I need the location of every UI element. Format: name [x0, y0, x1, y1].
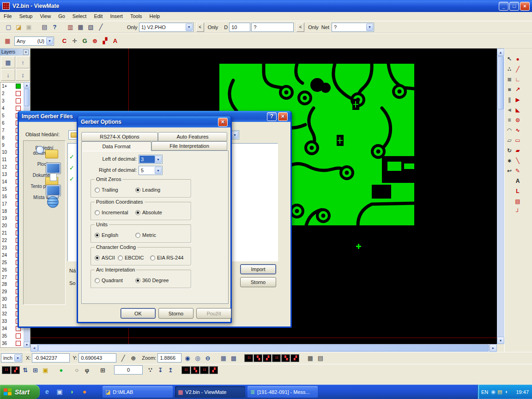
radio-trailing[interactable]: Trailing	[95, 187, 118, 193]
menu-item-view[interactable]: View	[36, 12, 54, 21]
dcode-input[interactable]: 10	[229, 23, 250, 32]
dcode-table-icon[interactable]: ▥	[66, 23, 75, 32]
close-icon[interactable]: ×	[23, 49, 29, 55]
tray-volume-icon[interactable]: ◖	[503, 389, 509, 394]
trace-select-icon[interactable]: ≋	[506, 74, 513, 85]
radio-circle-icon[interactable]	[95, 187, 100, 193]
vertical-scroll-thumb[interactable]	[497, 56, 504, 109]
canvas-horizontal-scrollbar[interactable]	[30, 344, 497, 352]
gerber-dialog-titlebar[interactable]: Gerber Options ×	[78, 116, 230, 127]
measure-distance-icon[interactable]: ╱	[118, 353, 128, 363]
pattern-1-icon[interactable]: ∷	[181, 366, 190, 374]
menu-item-setup[interactable]: Setup	[16, 12, 36, 21]
radio-absolute[interactable]: Absolute	[135, 209, 162, 216]
mirror-icon[interactable]: ◄	[506, 105, 513, 115]
hatch-select-icon[interactable]: ▞	[100, 36, 110, 46]
radio-metric[interactable]: Metric	[135, 232, 156, 238]
units-combo[interactable]: inch	[1, 353, 22, 363]
radio-quadrant[interactable]: Quadrant	[95, 277, 123, 284]
place-desktop[interactable]: Plocha	[24, 162, 65, 167]
arc-draw-icon[interactable]: ∿	[514, 125, 521, 135]
radio-circle-icon[interactable]	[95, 210, 100, 215]
internet-explorer-icon[interactable]: e	[42, 387, 52, 397]
menu-item-go[interactable]: Go	[54, 12, 69, 21]
taskbar-task[interactable]: ≣[191-482-091] - Mess...	[248, 386, 318, 398]
dcode-filter-input[interactable]: ?	[251, 23, 294, 32]
scroll-down-icon[interactable]	[24, 342, 30, 348]
outline-icon[interactable]: ▱	[506, 135, 513, 145]
tray-display-icon[interactable]: ▤	[496, 389, 503, 395]
radio-circle-icon[interactable]	[135, 210, 140, 215]
open-file-icon[interactable]: ◪	[14, 23, 24, 32]
scroll-up-icon[interactable]	[24, 82, 30, 88]
chevron-down-icon[interactable]	[366, 24, 373, 31]
layer-color-box[interactable]	[16, 84, 21, 89]
radio-eia-rs-244[interactable]: EIA RS-244	[150, 254, 183, 261]
scroll-up-icon[interactable]	[497, 48, 504, 56]
zoom-in-icon[interactable]: ◉	[182, 353, 192, 363]
pad-table-icon[interactable]: ▤	[315, 353, 325, 363]
radio-ascii[interactable]: ASCII	[95, 254, 115, 261]
radio-ebcdic[interactable]: EBCDIC	[118, 254, 144, 261]
radio-circle-icon[interactable]	[135, 233, 140, 238]
hook-icon[interactable]: ┘	[514, 206, 521, 217]
asterisk-tool-icon[interactable]: ∗	[506, 156, 513, 166]
tab-file-interpretation[interactable]: File Interpretation	[151, 141, 227, 151]
scroll-left-icon[interactable]	[30, 344, 38, 352]
start-button[interactable]: Start	[0, 385, 40, 399]
tab-auto-features[interactable]: Auto Features	[158, 132, 227, 141]
hatch-fill-icon[interactable]: ∥	[506, 95, 513, 105]
menu-item-edit[interactable]: Edit	[90, 12, 106, 21]
anchor-down-icon[interactable]: ↧	[156, 365, 165, 375]
layer-row[interactable]: 1+	[0, 83, 24, 90]
anchor-up-icon[interactable]: ↥	[166, 365, 175, 375]
menu-item-file[interactable]: File	[0, 12, 16, 21]
segment-draw-icon[interactable]: ╲	[514, 156, 521, 166]
target-select-icon[interactable]: ⊕	[90, 36, 100, 46]
layer-down-button[interactable]: ↓	[1, 69, 15, 81]
line-draw-icon[interactable]: ╱	[514, 64, 521, 74]
aperture-report-icon[interactable]: ▦	[76, 23, 85, 32]
layer-color-box[interactable]	[16, 341, 21, 346]
browser-icon[interactable]: ●	[80, 387, 89, 397]
radio-circle-icon[interactable]	[135, 187, 140, 193]
pencil-icon[interactable]: ✎	[514, 166, 521, 176]
origin-icon[interactable]: ⊕	[128, 353, 138, 363]
pad-flash-icon[interactable]: ●	[514, 54, 521, 64]
text-select-icon[interactable]: A	[110, 36, 120, 46]
layer-color-box[interactable]	[16, 106, 21, 111]
grid-toggle-icon[interactable]: ▦	[3, 36, 12, 46]
scroll-down-icon[interactable]	[497, 337, 504, 344]
radio-circle-icon[interactable]	[118, 255, 123, 260]
radio-circle-icon[interactable]	[95, 233, 100, 238]
select-dcode-icon[interactable]: C	[60, 36, 69, 46]
zoom-window-icon[interactable]: ◎	[193, 353, 202, 363]
wedge-draw-icon[interactable]: ◣	[514, 105, 521, 115]
crosshair-select-icon[interactable]: ✛	[70, 36, 79, 46]
layers-scroll-thumb[interactable]	[24, 89, 30, 106]
film-view-3-icon[interactable]: ▞	[263, 354, 272, 362]
film-view-2-icon[interactable]: ▚	[254, 354, 262, 362]
layer-table-button[interactable]: ▦	[1, 56, 15, 68]
close-button[interactable]: ×	[278, 112, 288, 121]
pattern-2-icon[interactable]: ▚	[191, 366, 200, 374]
polygon-draw-icon[interactable]: ▰	[514, 145, 521, 156]
layer-up-button[interactable]: ↑	[16, 56, 30, 68]
film-view-6-icon[interactable]: ▞	[290, 354, 299, 362]
canvas-vertical-scrollbar[interactable]	[497, 48, 504, 344]
pointer-tool-icon[interactable]: ↖	[506, 54, 513, 64]
layer-row[interactable]: 35	[0, 332, 24, 339]
grid-config-icon[interactable]: ⊞	[98, 365, 108, 375]
text-a-icon[interactable]: A	[514, 176, 521, 186]
layer-swap-button[interactable]: ↕	[16, 69, 30, 81]
layer-color-box[interactable]	[16, 98, 21, 103]
undo-arrow-icon[interactable]: ↩	[506, 166, 513, 176]
mini-film-1-icon[interactable]: ∷	[2, 366, 11, 374]
netlist-report-icon[interactable]: ▧	[86, 23, 96, 32]
probe-circle-icon[interactable]: ○	[72, 365, 82, 375]
radio-circle-icon[interactable]	[95, 255, 100, 260]
radio-circle-icon[interactable]	[135, 278, 140, 283]
only-layer-label[interactable]: Only	[127, 24, 138, 30]
radio-leading[interactable]: Leading	[135, 187, 160, 193]
layer-row[interactable]: 2	[0, 90, 24, 97]
